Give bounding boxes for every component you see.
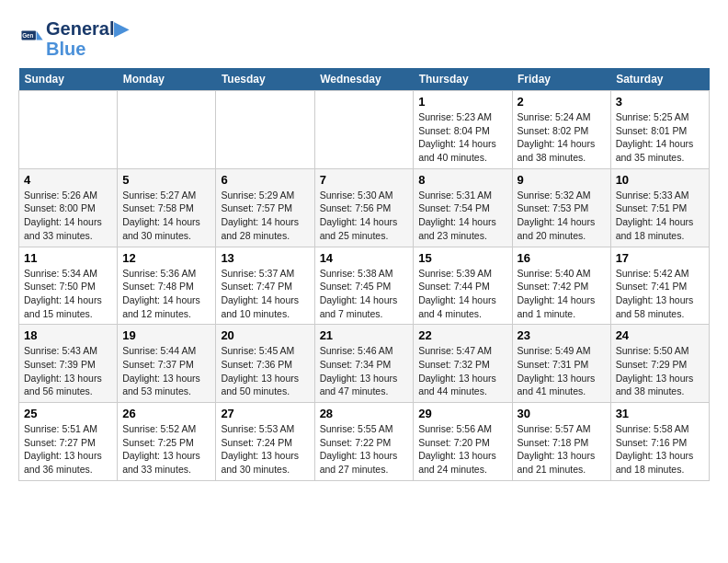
calendar-cell: 12Sunrise: 5:36 AM Sunset: 7:48 PM Dayli… — [118, 247, 216, 325]
day-number: 26 — [122, 407, 210, 420]
day-info: Sunrise: 5:27 AM Sunset: 7:58 PM Dayligh… — [122, 189, 210, 243]
day-number: 11 — [24, 251, 112, 265]
calendar-cell: 3Sunrise: 5:25 AM Sunset: 8:01 PM Daylig… — [610, 91, 709, 169]
day-info: Sunrise: 5:36 AM Sunset: 7:48 PM Dayligh… — [122, 267, 210, 321]
calendar-cell: 5Sunrise: 5:27 AM Sunset: 7:58 PM Daylig… — [118, 168, 216, 247]
day-info: Sunrise: 5:53 AM Sunset: 7:24 PM Dayligh… — [221, 422, 309, 477]
day-header-friday: Friday — [512, 68, 610, 91]
day-number: 24 — [616, 328, 704, 342]
day-info: Sunrise: 5:25 AM Sunset: 8:01 PM Dayligh… — [616, 110, 704, 165]
calendar-cell — [118, 91, 216, 169]
day-number: 4 — [24, 173, 112, 187]
calendar-cell: 7Sunrise: 5:30 AM Sunset: 7:56 PM Daylig… — [314, 168, 414, 247]
day-number: 2 — [518, 95, 606, 109]
day-info: Sunrise: 5:56 AM Sunset: 7:20 PM Dayligh… — [418, 422, 506, 477]
calendar-cell: 24Sunrise: 5:50 AM Sunset: 7:29 PM Dayli… — [610, 325, 709, 403]
day-info: Sunrise: 5:55 AM Sunset: 7:22 PM Dayligh… — [320, 422, 409, 477]
calendar-cell — [19, 91, 118, 169]
day-info: Sunrise: 5:57 AM Sunset: 7:18 PM Dayligh… — [518, 422, 606, 477]
day-info: Sunrise: 5:58 AM Sunset: 7:16 PM Dayligh… — [616, 422, 704, 477]
calendar-cell: 4Sunrise: 5:26 AM Sunset: 8:00 PM Daylig… — [19, 168, 118, 247]
day-number: 14 — [320, 251, 409, 265]
calendar-week-row: 11Sunrise: 5:34 AM Sunset: 7:50 PM Dayli… — [19, 247, 710, 325]
logo-icon: Gen — [18, 26, 44, 52]
calendar-cell: 30Sunrise: 5:57 AM Sunset: 7:18 PM Dayli… — [512, 403, 610, 481]
day-info: Sunrise: 5:38 AM Sunset: 7:45 PM Dayligh… — [320, 267, 409, 321]
day-number: 9 — [518, 173, 606, 187]
day-number: 16 — [518, 251, 606, 265]
calendar-cell: 22Sunrise: 5:47 AM Sunset: 7:32 PM Dayli… — [414, 325, 512, 403]
calendar-cell: 31Sunrise: 5:58 AM Sunset: 7:16 PM Dayli… — [610, 403, 709, 481]
day-header-thursday: Thursday — [414, 68, 512, 91]
day-info: Sunrise: 5:50 AM Sunset: 7:29 PM Dayligh… — [616, 344, 704, 398]
logo-line1: General▶ — [46, 18, 128, 39]
day-number: 18 — [24, 328, 112, 342]
calendar-cell: 2Sunrise: 5:24 AM Sunset: 8:02 PM Daylig… — [512, 91, 610, 169]
day-number: 20 — [221, 328, 309, 342]
day-number: 5 — [122, 173, 210, 187]
day-header-saturday: Saturday — [610, 68, 709, 91]
calendar-cell: 26Sunrise: 5:52 AM Sunset: 7:25 PM Dayli… — [118, 403, 216, 481]
day-number: 30 — [518, 407, 606, 420]
day-header-sunday: Sunday — [19, 68, 118, 91]
day-header-tuesday: Tuesday — [216, 68, 314, 91]
svg-text:Gen: Gen — [22, 32, 33, 39]
day-info: Sunrise: 5:30 AM Sunset: 7:56 PM Dayligh… — [320, 189, 409, 243]
calendar-cell: 16Sunrise: 5:40 AM Sunset: 7:42 PM Dayli… — [512, 247, 610, 325]
day-number: 8 — [418, 173, 506, 187]
calendar-cell: 27Sunrise: 5:53 AM Sunset: 7:24 PM Dayli… — [216, 403, 314, 481]
day-number: 10 — [616, 173, 704, 187]
day-info: Sunrise: 5:33 AM Sunset: 7:51 PM Dayligh… — [616, 189, 704, 243]
day-number: 15 — [418, 251, 506, 265]
day-number: 17 — [616, 251, 704, 265]
day-info: Sunrise: 5:29 AM Sunset: 7:57 PM Dayligh… — [221, 189, 309, 243]
day-info: Sunrise: 5:37 AM Sunset: 7:47 PM Dayligh… — [221, 267, 309, 321]
day-number: 29 — [418, 407, 506, 420]
logo: Gen General▶ Blue — [18, 18, 128, 59]
day-number: 13 — [221, 251, 309, 265]
day-number: 1 — [418, 95, 506, 109]
day-number: 12 — [122, 251, 210, 265]
day-number: 27 — [221, 407, 309, 420]
calendar-cell: 15Sunrise: 5:39 AM Sunset: 7:44 PM Dayli… — [414, 247, 512, 325]
calendar-week-row: 4Sunrise: 5:26 AM Sunset: 8:00 PM Daylig… — [19, 168, 710, 247]
calendar-cell: 19Sunrise: 5:44 AM Sunset: 7:37 PM Dayli… — [118, 325, 216, 403]
calendar-week-row: 18Sunrise: 5:43 AM Sunset: 7:39 PM Dayli… — [19, 325, 710, 403]
calendar-cell: 10Sunrise: 5:33 AM Sunset: 7:51 PM Dayli… — [610, 168, 709, 247]
calendar-table: SundayMondayTuesdayWednesdayThursdayFrid… — [18, 68, 710, 481]
calendar-cell: 8Sunrise: 5:31 AM Sunset: 7:54 PM Daylig… — [414, 168, 512, 247]
day-number: 23 — [518, 328, 606, 342]
calendar-cell: 29Sunrise: 5:56 AM Sunset: 7:20 PM Dayli… — [414, 403, 512, 481]
calendar-cell: 21Sunrise: 5:46 AM Sunset: 7:34 PM Dayli… — [314, 325, 414, 403]
day-number: 31 — [616, 407, 704, 420]
page-header: Gen General▶ Blue — [18, 18, 710, 59]
calendar-cell: 20Sunrise: 5:45 AM Sunset: 7:36 PM Dayli… — [216, 325, 314, 403]
calendar-cell: 11Sunrise: 5:34 AM Sunset: 7:50 PM Dayli… — [19, 247, 118, 325]
day-info: Sunrise: 5:31 AM Sunset: 7:54 PM Dayligh… — [418, 189, 506, 243]
calendar-cell: 18Sunrise: 5:43 AM Sunset: 7:39 PM Dayli… — [19, 325, 118, 403]
day-info: Sunrise: 5:44 AM Sunset: 7:37 PM Dayligh… — [122, 344, 210, 398]
day-number: 7 — [320, 173, 409, 187]
day-info: Sunrise: 5:42 AM Sunset: 7:41 PM Dayligh… — [616, 267, 704, 321]
day-info: Sunrise: 5:34 AM Sunset: 7:50 PM Dayligh… — [24, 267, 112, 321]
calendar-cell — [216, 91, 314, 169]
calendar-cell — [314, 91, 414, 169]
calendar-cell: 1Sunrise: 5:23 AM Sunset: 8:04 PM Daylig… — [414, 91, 512, 169]
day-number: 28 — [320, 407, 409, 420]
calendar-cell: 9Sunrise: 5:32 AM Sunset: 7:53 PM Daylig… — [512, 168, 610, 247]
day-info: Sunrise: 5:51 AM Sunset: 7:27 PM Dayligh… — [24, 422, 112, 477]
day-number: 3 — [616, 95, 704, 109]
day-info: Sunrise: 5:24 AM Sunset: 8:02 PM Dayligh… — [518, 110, 606, 165]
day-info: Sunrise: 5:26 AM Sunset: 8:00 PM Dayligh… — [24, 189, 112, 243]
calendar-header-row: SundayMondayTuesdayWednesdayThursdayFrid… — [19, 68, 710, 91]
calendar-week-row: 1Sunrise: 5:23 AM Sunset: 8:04 PM Daylig… — [19, 91, 710, 169]
day-info: Sunrise: 5:52 AM Sunset: 7:25 PM Dayligh… — [122, 422, 210, 477]
calendar-cell: 28Sunrise: 5:55 AM Sunset: 7:22 PM Dayli… — [314, 403, 414, 481]
day-info: Sunrise: 5:32 AM Sunset: 7:53 PM Dayligh… — [518, 189, 606, 243]
calendar-cell: 14Sunrise: 5:38 AM Sunset: 7:45 PM Dayli… — [314, 247, 414, 325]
day-info: Sunrise: 5:45 AM Sunset: 7:36 PM Dayligh… — [221, 344, 309, 398]
calendar-week-row: 25Sunrise: 5:51 AM Sunset: 7:27 PM Dayli… — [19, 403, 710, 481]
logo-line2: Blue — [46, 39, 128, 59]
day-number: 25 — [24, 407, 112, 420]
calendar-cell: 6Sunrise: 5:29 AM Sunset: 7:57 PM Daylig… — [216, 168, 314, 247]
